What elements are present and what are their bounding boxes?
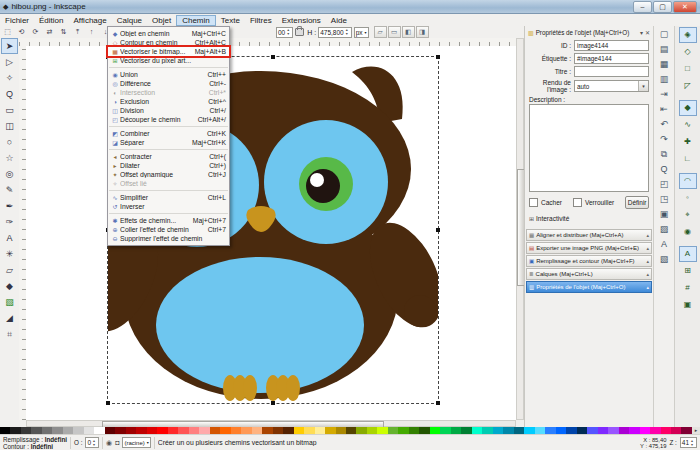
menu-item-inverser[interactable]: ↺Inverser	[108, 202, 229, 211]
rectangle-tool[interactable]: ▭	[1, 102, 18, 118]
palette-swatch-2[interactable]	[21, 427, 31, 434]
calligraphy-tool[interactable]: ✑	[1, 214, 18, 230]
menu-item-offset-lie[interactable]: ✧Offset lié	[108, 179, 229, 188]
palette-swatch-60[interactable]	[629, 427, 639, 434]
image-rendering-select[interactable]: auto ▾	[574, 80, 649, 92]
dock-tab-remplissage-et-contour-maj-ctrl-f[interactable]: ▣Remplissage et contour (Maj+Ctrl+F)▴	[526, 255, 652, 267]
define-button[interactable]: Définir	[625, 196, 649, 209]
palette-swatch-16[interactable]	[168, 427, 178, 434]
layer-lock-icon[interactable]: ◘	[115, 439, 119, 446]
palette-swatch-37[interactable]	[388, 427, 398, 434]
gradient-tool[interactable]: ▧	[1, 294, 18, 310]
palette-swatch-25[interactable]	[262, 427, 272, 434]
menu-item-difference[interactable]: ◎DifférenceCtrl+-	[108, 79, 229, 88]
canvas[interactable]	[26, 46, 516, 420]
horizontal-scrollbar[interactable]	[26, 420, 516, 427]
menubar-item-calque[interactable]: Calque	[112, 15, 147, 26]
rotate-ccw-icon[interactable]: ⟲	[15, 26, 28, 38]
snap-bbox-edge-icon[interactable]: □	[679, 61, 697, 77]
palette-swatch-51[interactable]	[535, 427, 545, 434]
interactivity-expander[interactable]: ⊞ Interactivité	[529, 215, 653, 222]
palette-swatch-24[interactable]	[252, 427, 262, 434]
palette-swatch-5[interactable]	[52, 427, 62, 434]
palette-swatch-36[interactable]	[377, 427, 387, 434]
palette-swatch-45[interactable]	[472, 427, 482, 434]
maximize-button[interactable]: ▢	[653, 1, 672, 13]
palette-swatch-65[interactable]	[681, 427, 691, 434]
palette-swatch-58[interactable]	[608, 427, 618, 434]
palette-swatch-61[interactable]	[640, 427, 650, 434]
raise-top-icon[interactable]: ⤒	[71, 26, 84, 38]
palette-swatch-28[interactable]	[294, 427, 304, 434]
palette-swatch-59[interactable]	[619, 427, 629, 434]
selection-handle[interactable]	[106, 401, 110, 405]
palette-swatch-4[interactable]	[42, 427, 52, 434]
zoom-page-icon[interactable]: ◰	[657, 177, 672, 191]
pen-tool[interactable]: ✒	[1, 198, 18, 214]
palette-swatch-21[interactable]	[220, 427, 230, 434]
palette-swatch-17[interactable]	[178, 427, 188, 434]
menubar-item-chemin[interactable]: Chemin	[176, 15, 216, 26]
redo-icon[interactable]: ↷	[657, 132, 672, 146]
palette-swatch-62[interactable]	[650, 427, 660, 434]
menu-item-contracter[interactable]: ◂ContracterCtrl+(	[108, 152, 229, 161]
print-icon[interactable]: ▥	[657, 72, 672, 86]
snap-node-icon[interactable]: ◆	[679, 100, 697, 116]
selection-handle[interactable]	[436, 228, 440, 232]
palette-swatch-11[interactable]	[115, 427, 125, 434]
palette-swatch-19[interactable]	[199, 427, 209, 434]
menu-item-supprimer-l-effet-de-chemin[interactable]: ⊖Supprimer l'effet de chemin	[108, 234, 229, 243]
unit-select[interactable]: px ▾	[354, 27, 369, 38]
opacity-field[interactable]: 0 ▴▾	[85, 437, 99, 448]
menu-item-effets-de-chemin[interactable]: ✱Effets de chemin...Maj+Ctrl+7	[108, 216, 229, 225]
text-dialog-icon[interactable]: A	[657, 237, 672, 251]
fill-stroke-dialog-icon[interactable]: ▧	[657, 252, 672, 266]
spray-tool[interactable]: ✳	[1, 246, 18, 262]
dock-tab-aligner-et-distribuer-maj-ctrl-a[interactable]: ▦Aligner et distribuer (Maj+Ctrl+A)▴	[526, 229, 652, 241]
snap-bbox-icon[interactable]: ◇	[679, 44, 697, 60]
layer-select[interactable]: (racine) ▾	[122, 437, 150, 448]
menu-item-vectoriser-du-pixel-art[interactable]: ⊞Vectoriser du pixel art...	[108, 56, 229, 65]
snap-center-icon[interactable]: ⌖	[679, 207, 697, 223]
menu-item-exclusion[interactable]: ◑ExclusionCtrl+^	[108, 97, 229, 106]
menubar-item-aide[interactable]: Aide	[326, 15, 352, 26]
description-field[interactable]	[529, 104, 649, 192]
connector-tool[interactable]: ⌗	[1, 326, 18, 342]
snap-enable-icon[interactable]: ◈	[679, 27, 697, 43]
menubar-item-fichier[interactable]: Fichier	[0, 15, 34, 26]
selection-handle[interactable]	[271, 55, 275, 59]
hide-checkbox[interactable]	[529, 198, 538, 207]
menu-item-simplifier[interactable]: ∿SimplifierCtrl+L	[108, 193, 229, 202]
palette-swatch-34[interactable]	[356, 427, 366, 434]
palette-swatch-23[interactable]	[241, 427, 251, 434]
snap-midpoint-icon[interactable]: ◦	[679, 190, 697, 206]
snap-grid-icon[interactable]: ⊞	[679, 263, 697, 279]
menu-item-contour-en-chemin[interactable]: ◇Contour en cheminCtrl+Alt+C	[108, 38, 229, 47]
palette-swatch-1[interactable]	[10, 427, 20, 434]
duplicate-icon[interactable]: ◳	[657, 192, 672, 206]
menubar-item-edition[interactable]: Édition	[34, 15, 68, 26]
palette-swatch-53[interactable]	[556, 427, 566, 434]
palette-swatch-20[interactable]	[210, 427, 220, 434]
bucket-fill-tool[interactable]: ◆	[1, 278, 18, 294]
palette-swatch-35[interactable]	[367, 427, 377, 434]
affect-pattern-toggle[interactable]: ◨	[416, 26, 429, 38]
palette-swatch-39[interactable]	[409, 427, 419, 434]
title-field[interactable]	[574, 66, 649, 77]
dropper-tool[interactable]: ◢	[1, 310, 18, 326]
zoom-field[interactable]: 41 ▴▾	[680, 437, 697, 448]
zoom-drawing-icon[interactable]: Q	[657, 162, 672, 176]
menu-item-union[interactable]: ◉UnionCtrl++	[108, 70, 229, 79]
vertical-scrollbar[interactable]	[516, 38, 524, 420]
selection-handle[interactable]	[436, 55, 440, 59]
panel-collapse-icon[interactable]: ▾	[640, 29, 643, 36]
palette-swatch-32[interactable]	[336, 427, 346, 434]
group-icon[interactable]: ▨	[657, 222, 672, 236]
close-button[interactable]: ✕	[673, 1, 697, 13]
palette-swatch-9[interactable]	[94, 427, 104, 434]
menu-item-objet-en-chemin[interactable]: ◆Objet en cheminMaj+Ctrl+C	[108, 29, 229, 38]
palette-swatch-29[interactable]	[304, 427, 314, 434]
palette-swatch-3[interactable]	[31, 427, 41, 434]
snap-cusp-icon[interactable]: ∟	[679, 151, 697, 167]
snap-bbox-corner-icon[interactable]: ◸	[679, 78, 697, 94]
